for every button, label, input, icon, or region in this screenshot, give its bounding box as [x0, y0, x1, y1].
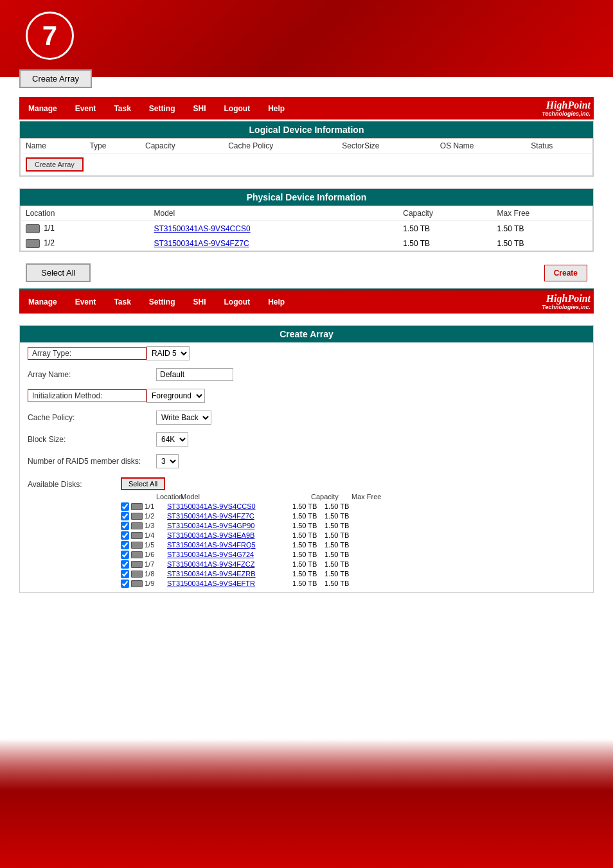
array-name-input[interactable]	[156, 368, 233, 381]
disk-free-8: 1.50 TB	[324, 570, 360, 578]
disk-loc-7: 1/7	[145, 560, 167, 568]
table-row: 1/1 ST31500341AS-9VS4CCS0 1.50 TB 1.50 T…	[21, 221, 593, 236]
disk-free-5: 1.50 TB	[324, 541, 360, 549]
cache-policy-select[interactable]: Write Back	[156, 411, 211, 425]
disk-checkbox-5[interactable]	[121, 541, 129, 549]
disk-checkbox-1[interactable]	[121, 502, 129, 511]
disk-icon-2	[26, 239, 40, 248]
nav2-logout[interactable]: Logout	[215, 296, 260, 308]
nav2-setting[interactable]: Setting	[140, 296, 184, 308]
array-name-label: Array Name:	[28, 370, 156, 379]
disk-cap-1: 1.50 TB	[292, 502, 324, 510]
disk-model-1[interactable]: ST31500341AS-9VS4CCS0	[154, 224, 251, 233]
disk-list-item: 1/6 ST31500341AS-9VS4G724 1.50 TB 1.50 T…	[121, 550, 381, 560]
disk-cap-5: 1.50 TB	[292, 541, 324, 549]
disk-model-2[interactable]: ST31500341AS-9VS4FZ7C	[154, 239, 249, 248]
block-size-label: Block Size:	[28, 435, 156, 444]
physical-device-table: Location Model Capacity Max Free 1/1 ST3…	[20, 206, 593, 251]
disk-list-item: 1/3 ST31500341AS-9VS4GP90 1.50 TB 1.50 T…	[121, 521, 381, 531]
table-row: 1/2 ST31500341AS-9VS4FZ7C 1.50 TB 1.50 T…	[21, 236, 593, 251]
create-array-header: Create Array	[20, 326, 593, 342]
disk-icon-sm-7	[131, 561, 143, 568]
init-method-select[interactable]: Foreground	[147, 389, 205, 403]
nav2-help[interactable]: Help	[259, 296, 294, 308]
disk-model-list-7[interactable]: ST31500341AS-9VS4FZCZ	[167, 560, 292, 568]
disk-list-item: 1/7 ST31500341AS-9VS4FZCZ 1.50 TB 1.50 T…	[121, 560, 381, 569]
disk-list-item: 1/1 ST31500341AS-9VS4CCS0 1.50 TB 1.50 T…	[121, 502, 381, 511]
nav2-event[interactable]: Event	[66, 296, 105, 308]
disk-checkbox-6[interactable]	[121, 551, 129, 559]
create-array-row: Create Array	[21, 154, 593, 176]
nav-bar-1: Manage Event Task Setting SHI Logout Hel…	[19, 97, 594, 120]
disk-model-list-3[interactable]: ST31500341AS-9VS4GP90	[167, 522, 292, 529]
disk-free-7: 1.50 TB	[324, 560, 360, 568]
nav-logout[interactable]: Logout	[215, 103, 260, 114]
col-name: Name	[21, 139, 85, 154]
nav2-task[interactable]: Task	[105, 296, 139, 308]
cache-policy-label: Cache Policy:	[28, 413, 156, 422]
disk-icon-sm-8	[131, 571, 143, 578]
disk-icon-sm-4	[131, 532, 143, 539]
nav2-logo: HighPoint Technologies,inc.	[542, 293, 591, 310]
array-name-row: Array Name:	[20, 364, 593, 385]
disk-icon-sm-9	[131, 580, 143, 587]
array-type-row: Array Type: RAID 5	[20, 342, 593, 364]
col-capacity: Capacity	[140, 139, 223, 154]
disk-checkbox-8[interactable]	[121, 570, 129, 578]
physical-section-header: Physical Device Information	[20, 189, 593, 206]
disk-icon-sm-6	[131, 551, 143, 558]
nav-manage[interactable]: Manage	[19, 103, 66, 114]
nav-event[interactable]: Event	[66, 103, 105, 114]
disk-checkbox-9[interactable]	[121, 580, 129, 588]
disk-checkbox-4[interactable]	[121, 531, 129, 540]
nav-logo: HighPoint Technologies,inc.	[542, 100, 591, 117]
disk-icon-sm-3	[131, 522, 143, 529]
disk-capacity-1: 1.50 TB	[398, 221, 492, 236]
phys-col-location: Location	[21, 206, 149, 221]
disk-model-list-2[interactable]: ST31500341AS-9VS4FZ7C	[167, 512, 292, 520]
disk-loc-5: 1/5	[145, 541, 167, 549]
disk-model-list-5[interactable]: ST31500341AS-9VS4FRQ5	[167, 541, 292, 549]
disk-cap-2: 1.50 TB	[292, 512, 324, 520]
disk-model-list-9[interactable]: ST31500341AS-9VS4EFTR	[167, 580, 292, 587]
disk-model-list-6[interactable]: ST31500341AS-9VS4G724	[167, 551, 292, 558]
select-create-row: Select All Create	[19, 263, 594, 282]
nav-help[interactable]: Help	[259, 103, 294, 114]
disk-model-list-4[interactable]: ST31500341AS-9VS4EA9B	[167, 531, 292, 539]
init-method-label: Initialization Method:	[28, 389, 147, 402]
disk-free-2: 1.50 TB	[324, 512, 360, 520]
disk-cap-4: 1.50 TB	[292, 531, 324, 539]
disk-model-list-1[interactable]: ST31500341AS-9VS4CCS0	[167, 502, 292, 510]
select-all-small-button[interactable]: Select All	[121, 477, 165, 490]
disk-loc-4: 1/4	[145, 531, 167, 539]
disk-checkbox-3[interactable]	[121, 522, 129, 530]
disk-maxfree-1: 1.50 TB	[492, 221, 593, 236]
select-all-button[interactable]: Select All	[26, 263, 91, 282]
disk-checkbox-7[interactable]	[121, 560, 129, 569]
disk-list-area: Select All Location Model Capacity Max F…	[121, 477, 381, 589]
nav-task[interactable]: Task	[105, 103, 139, 114]
disk-model-list-8[interactable]: ST31500341AS-9VS4EZRB	[167, 570, 292, 578]
disk-loc-8: 1/8	[145, 570, 167, 578]
disk-cap-8: 1.50 TB	[292, 570, 324, 578]
create-array-button-in-table[interactable]: Create Array	[26, 157, 84, 172]
logical-section-header: Logical Device Information	[20, 121, 593, 138]
block-size-row: Block Size: 64K	[20, 429, 593, 450]
available-disks-label: Available Disks:	[28, 477, 121, 489]
create-button[interactable]: Create	[544, 265, 587, 281]
array-type-label: Array Type:	[28, 347, 147, 360]
disk-capacity-2: 1.50 TB	[398, 236, 492, 251]
disk-icon-sm-5	[131, 542, 143, 549]
disk-free-6: 1.50 TB	[324, 551, 360, 558]
block-size-select[interactable]: 64K	[156, 432, 188, 447]
nav2-shi[interactable]: SHI	[184, 296, 215, 308]
disk-location-2: 1/2	[44, 238, 55, 247]
array-type-select[interactable]: RAID 5	[147, 346, 190, 360]
disk-checkbox-2[interactable]	[121, 512, 129, 520]
disk-icon-sm-1	[131, 503, 143, 510]
nav-shi[interactable]: SHI	[184, 103, 215, 114]
nav-setting[interactable]: Setting	[140, 103, 184, 114]
top-create-array-button[interactable]: Create Array	[19, 69, 92, 88]
num-disks-select[interactable]: 3	[156, 454, 179, 468]
nav2-manage[interactable]: Manage	[19, 296, 66, 308]
